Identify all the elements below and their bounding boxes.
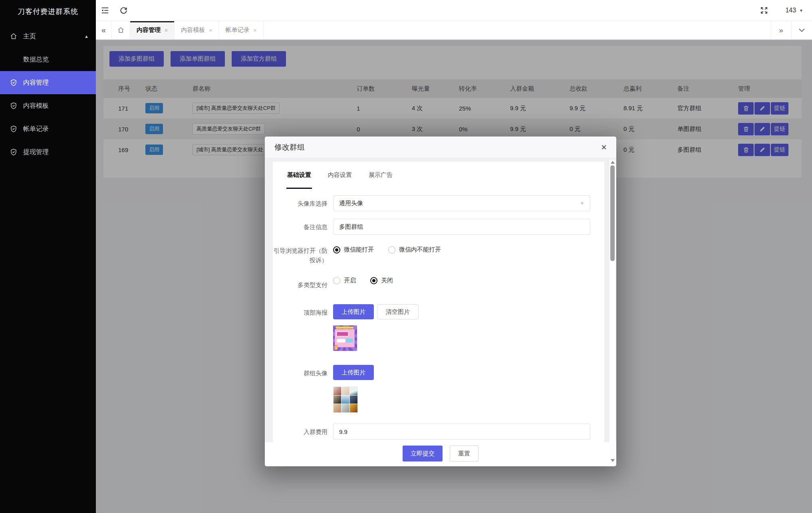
field-label: 备注信息 [273,219,333,235]
form-row-avatar-library: 头像库选择 通用头像 ▼ [273,195,590,211]
topbar: 143 ▼ [96,0,812,21]
radio-wechat-cannot-open[interactable]: 微信内不能打开 [388,246,441,254]
chevron-up-icon: ▲ [84,34,89,39]
radio-label: 微信内不能打开 [399,246,441,254]
close-tab-icon[interactable]: × [209,27,212,34]
poster-buttons: 上传图片 清空图片 [333,304,590,319]
field-label: 引导浏览器打开（防投诉） [273,242,333,265]
field-label: 头像库选择 [273,195,333,211]
tab-content-manage[interactable]: 内容管理 × [130,21,175,39]
tab-label: 内容模板 [181,26,205,34]
caret-down-icon: ▼ [580,201,584,206]
field-label: 顶部海报 [273,301,333,351]
sidebar-menu: 主页 ▲ 数据总览 内容管理 内容模板 [0,25,96,164]
browser-guide-radio-group: 微信能打开 微信内不能打开 [333,242,590,254]
form-row-multipay: 多类型支付 开启 关闭 [273,277,590,290]
caret-down-icon: ▼ [799,8,803,13]
scroll-down-icon[interactable] [611,459,615,462]
tab-content-template[interactable]: 内容模板 × [175,21,219,39]
sidebar-item-content-template[interactable]: 内容模板 [0,94,96,117]
avatar-library-select[interactable]: 通用头像 ▼ [333,195,590,211]
clear-poster-button[interactable]: 清空图片 [377,304,419,319]
modal-title: 修改群组 [274,142,305,153]
home-tab[interactable] [112,21,130,39]
sidebar: 刀客付费进群系统 主页 ▲ 数据总览 内容管理 [0,0,96,513]
modal-form: 头像库选择 通用头像 ▼ 备注信息 [273,189,604,440]
upload-avatar-button[interactable]: 上传图片 [333,365,374,380]
reset-button[interactable]: 重置 [450,446,478,462]
tab-display-ads[interactable]: 展示广告 [369,171,393,189]
tab-label: 帐单记录 [225,26,249,34]
avatar-buttons: 上传图片 [333,365,590,380]
tab-billing[interactable]: 帐单记录 × [219,21,263,39]
form-row-top-poster: 顶部海报 上传图片 清空图片 [273,301,590,351]
refresh-icon[interactable] [114,0,133,21]
poster-art [335,329,355,347]
close-tab-icon[interactable]: × [253,27,256,34]
topbar-right: 143 ▼ [755,0,812,21]
modal-form-card: 基础设置 内容设置 展示广告 头像库选择 通用头像 ▼ [273,162,604,442]
multipay-radio-group: 开启 关闭 [333,277,590,284]
shield-check-icon [10,102,18,110]
home-icon [117,27,124,34]
shield-check-icon [10,125,18,133]
app-window: 刀客付费进群系统 主页 ▲ 数据总览 内容管理 [0,0,812,513]
shield-check-icon [10,79,18,87]
sidebar-item-billing[interactable]: 帐单记录 [0,117,96,141]
app-title: 刀客付费进群系统 [0,0,96,23]
close-tab-icon[interactable]: × [165,27,168,34]
radio-icon [333,277,340,284]
sidebar-item-home[interactable]: 主页 ▲ [0,25,96,48]
radio-selected-icon [370,277,377,284]
remark-input[interactable] [333,219,590,235]
home-icon [10,32,18,40]
submit-button[interactable]: 立即提交 [403,446,443,462]
scrollbar-thumb[interactable] [610,165,615,261]
tabs-scroll-right-icon[interactable]: » [770,21,791,39]
collapse-sidebar-icon[interactable] [96,0,114,21]
modal-header: 修改群组 × [265,137,616,158]
tab-basic-settings[interactable]: 基础设置 [287,171,311,189]
radio-selected-icon [333,246,340,254]
modal-body: 基础设置 内容设置 展示广告 头像库选择 通用头像 ▼ [265,158,616,442]
field-label: 多类型支付 [273,277,333,290]
tabs-scroll-left-icon[interactable]: « [96,21,112,39]
sidebar-item-label: 主页 [23,32,36,41]
sidebar-item-content-manage[interactable]: 内容管理 [0,71,96,94]
poster-art [337,339,345,343]
fee-input[interactable] [333,424,590,440]
user-name: 143 [785,7,796,14]
close-icon[interactable]: × [601,143,607,152]
sidebar-item-label: 帐单记录 [23,125,49,133]
sidebar-item-data-overview[interactable]: 数据总览 [0,48,96,71]
shield-check-icon [10,148,18,156]
poster-art [334,345,338,350]
scroll-up-icon[interactable] [611,161,615,164]
poster-art [336,327,353,329]
sidebar-item-label: 内容模板 [23,102,49,110]
modal-footer: 立即提交 重置 [265,442,616,466]
radio-multipay-off[interactable]: 关闭 [370,277,393,284]
fullscreen-icon[interactable] [755,0,773,21]
radio-label: 关闭 [381,277,393,284]
page-tabbar: « 内容管理 × 内容模板 × 帐单记录 × » [96,21,812,40]
tabs-menu-icon[interactable] [791,21,812,39]
radio-wechat-can-open[interactable]: 微信能打开 [333,246,374,254]
modal-scrollbar[interactable] [609,160,615,463]
field-label: 入群费用 [273,424,333,440]
radio-multipay-on[interactable]: 开启 [333,277,356,284]
tab-label: 内容管理 [137,26,161,34]
sidebar-item-label: 提现管理 [23,148,49,156]
modal-tabs: 基础设置 内容设置 展示广告 [273,162,604,189]
tab-content-settings[interactable]: 内容设置 [328,171,352,189]
sidebar-item-label: 内容管理 [23,79,49,87]
upload-poster-button[interactable]: 上传图片 [333,304,374,319]
sidebar-item-label: 数据总览 [23,55,49,64]
form-row-fee: 入群费用 [273,424,590,440]
sidebar-item-withdraw[interactable]: 提现管理 [0,141,96,164]
user-menu[interactable]: 143 ▼ [785,7,803,14]
select-value: 通用头像 [339,200,363,207]
form-row-group-avatar: 群组头像 上传图片 [273,362,590,413]
edit-group-modal: 修改群组 × 基础设置 内容设置 展示广告 头像库选择 通用头像 ▼ [265,137,616,466]
form-row-remark: 备注信息 [273,219,590,235]
